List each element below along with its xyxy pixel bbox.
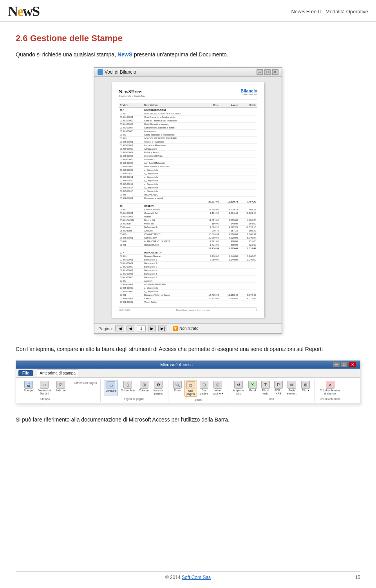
excel-icon: X [248,381,257,389]
table-row: 01-* IMMOBILIZZAZIONI [119,108,257,112]
table-row: 07-01-00006Banca n.m 7 [119,276,257,279]
toolbar-group-chiudi: ✕ Chiudi anteprimadi stampa Chiudi antep… [315,379,345,402]
stampa-icon: 🖨 [24,381,33,389]
layout-buttons: ▭ Verticale ▯ Orizzontale ⊞ Colonne ⚙ Im… [104,380,165,396]
dati-buttons: ↺ Aggiornatutto X Excel T File ditesto P… [231,380,311,396]
toolbar-restore[interactable]: □ [341,362,347,367]
toolbar-window-controls: ─ □ ✕ [333,362,356,367]
col-dare: Dare [201,103,220,108]
toolbar-window-title: Microsoft Access [160,362,193,367]
posta-button[interactable]: ✉ Postaelettro... [286,380,298,396]
pagination-label: Pagina: [98,326,113,331]
app-logo: NewS [8,3,39,20]
verticale-icon: ▭ [107,381,115,389]
bottom-paragraph: Si può fare riferimento alla documentazi… [16,415,360,424]
table-row: 07-01-Assegni [119,279,257,283]
toolbar-group-layout: ▭ Verticale ▯ Orizzontale ⊞ Colonne ⚙ Im… [101,379,168,402]
pdf-xps-button[interactable]: P PDF oXPS [273,380,284,396]
una-pagina-button[interactable]: □ Unapagina [184,380,197,396]
col-saldo: Saldo [239,103,257,108]
table-row: 01-02-00014a_Disponibile [119,186,257,190]
page-number: 15 [355,575,360,580]
close-button[interactable]: ✕ [272,69,278,75]
filter-label: Non filtrato [179,326,198,331]
page-number-display: 1 [137,326,146,331]
prev-page-button[interactable]: ◀ [127,326,134,331]
table-row: 07-02-00002a_Disponibile [119,286,257,290]
colonne-button[interactable]: ⊞ Colonne [137,380,151,396]
table-row: 01-01-00002Costi di Ricerca Svilu Pubbli… [119,119,257,123]
aggiorna-button[interactable]: ↺ Aggiornatutto [231,380,246,396]
zoom-buttons: 🔍 Zoom □ Unapagina ⊟ Duepagine ⊞ Altrepa… [172,380,225,396]
dimensioni-icon: □ [40,381,49,389]
page-header: NewS NewS Free II - Modalità Operative [0,0,376,22]
chiudi-buttons: ✕ Chiudi anteprimadi stampa [318,380,342,396]
altro-button[interactable]: ⊞ Altro ▾ [300,380,311,396]
doc-title-right: Bilancio Soft.Com Sas [240,89,257,96]
window-controls: ─ □ ✕ [257,69,278,75]
table-row: 01-02-00003Attrezzature [119,147,257,151]
doc-logo: NewSFreeI [119,89,145,95]
toolbar-ribbon-tabs: File Anteprima di stampa [16,369,360,378]
pdf-icon: P [274,381,283,389]
table-row: 01-01-00005Avviamento [119,130,257,133]
toolbar-group-stampa: 🖨 Stampa □ DimensioniMargini ☑ Solo dati… [19,379,71,402]
chiudi-anteprima-button[interactable]: ✕ Chiudi anteprimadi stampa [318,380,342,396]
imposta-pagina-button[interactable]: ⚙ Impostapagina [152,380,165,396]
news-brand: NewS [118,51,132,58]
excel-button[interactable]: X Excel [247,380,258,396]
table-row: 05-03-Renato Bubba1.721,00800,00921,00 [119,243,257,247]
access-toolbar: Microsoft Access ─ □ ✕ File Anteprima di… [16,360,360,404]
first-page-button[interactable]: |◀ [115,326,124,331]
col-descrizione: Descrizione [143,103,201,108]
file-button[interactable]: File [18,370,33,376]
table-row: 01-01-00004Concessioni, Licenze e Simili [119,126,257,130]
table-row: 07-01-00003Banca n.m 3 [119,265,257,269]
table-subtotal-row: 19.136,94 11.823,43 7.313,42 [119,247,257,250]
table-row: 05-01-matMater Srl150,00340,00-194,00 [119,222,257,226]
table-row: 07-02-00003a_Disponibile [119,290,257,293]
minimize-button[interactable]: ─ [257,69,263,75]
table-row: 05-01-DIVERDiversi Srl11.611,007.605,004… [119,219,257,222]
table-row: 01-02-00001Terreni e Fabbricati [119,140,257,144]
table-row: 05-01-massAlfa&Srl900,75587,15-195,42 [119,229,257,233]
table-row: 01-01-00003Diritti Brevetti e Ingegno [119,123,257,126]
next-page-button[interactable]: ▶ [148,326,156,331]
table-row: 07-03-00002Valori Bollati [119,300,257,304]
toolbar-minimize[interactable]: ─ [333,362,340,367]
footer-link[interactable]: Soft.Com Sas [182,575,211,580]
main-content: 2.6 Gestione delle Stampe Quando si rich… [0,22,376,455]
due-pagine-button[interactable]: ⊟ Duepagine [198,380,210,396]
zoom-label: Zoom [195,398,202,401]
window-titlebar: Voci di Bilancio ─ □ ✕ [94,68,282,77]
table-row: 01-02-00011a_Disponibile [119,175,257,179]
zoom-button[interactable]: 🔍 Zoom [172,380,183,396]
table-row: 05-01-00007Hubbs [119,215,257,219]
footer-copyright: © 2014 [165,575,182,580]
layout-label: Layout di pagina [124,398,144,400]
verticale-button[interactable]: ▭ Verticale [104,380,118,396]
file-testo-button[interactable]: T File ditesto [260,380,271,396]
table-row: 01-02-IMMOBILIZZAZIONI MATERIALI [119,137,257,140]
solo-dati-button[interactable]: ☑ Solo dati [54,380,68,396]
table-row: 01-02-00004Mobili e Arredi [119,151,257,154]
dati-label: Dati [269,398,274,400]
orizzontale-button[interactable]: ▯ Orizzontale [119,380,136,396]
print-preview-tab[interactable]: Anteprima di stampa [37,369,78,376]
table-row: 01-01-00001Costi Impianto e Ampliamento [119,116,257,119]
orizzontale-icon: ▯ [123,381,132,389]
toolbar-close[interactable]: ✕ [349,362,356,367]
chiudi-label: Chiudi anteprima [320,398,340,400]
table-row: 01-02-00005Immobile d'Ufficio [119,154,257,158]
table-row: 05-01-Clienti Ordinari18.315,0614.719,78… [119,208,257,212]
last-page-button[interactable]: ▶| [158,326,167,331]
table-row: 07-01-00005Banca n.m 5 [119,272,257,276]
table-subtotal-row: 29.997,00 19.539,78 7.457,22 [119,200,257,204]
stampa-button[interactable]: 🖨 Stampa [22,380,35,396]
table-row: 07-*DISPONIBILITA' [119,250,257,255]
balance-table: Codice Descrizione Dare Avere Saldo 01-*… [119,103,257,304]
restore-button[interactable]: □ [264,69,271,75]
dimensioni-margini-button[interactable]: □ DimensioniMargini [36,380,53,396]
zoom-icon: 🔍 [173,381,182,389]
altre-pagine-button[interactable]: ⊞ Altrepagine ▾ [211,380,225,396]
